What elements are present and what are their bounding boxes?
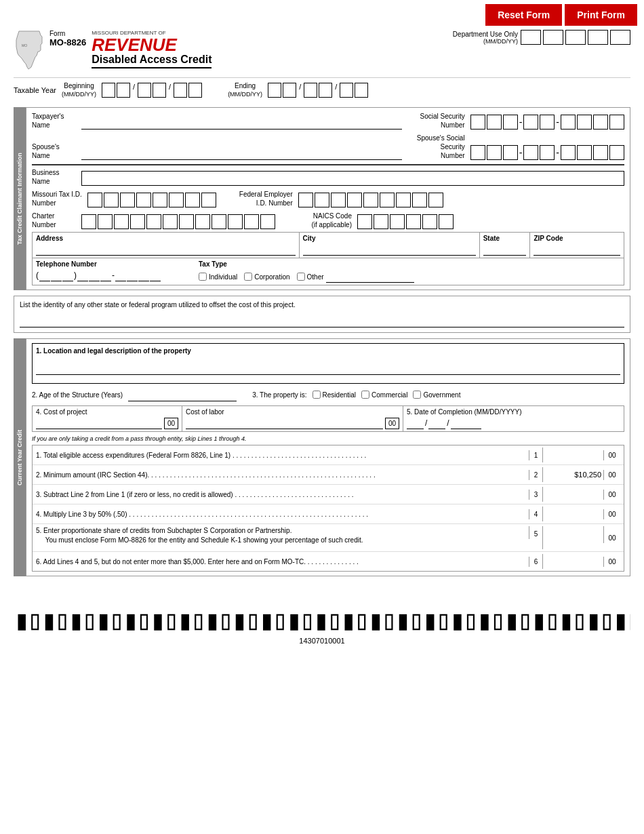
- charter-1[interactable]: [81, 214, 96, 229]
- line-6-value[interactable]: [542, 554, 603, 569]
- beginning-dd1[interactable]: [138, 83, 151, 98]
- tel-10[interactable]: [150, 269, 161, 281]
- ssn-box-7[interactable]: [577, 115, 592, 130]
- tel-9[interactable]: [138, 269, 149, 281]
- naics-1[interactable]: [357, 214, 372, 229]
- reset-button[interactable]: Reset Form: [485, 4, 562, 26]
- naics-3[interactable]: [390, 214, 405, 229]
- ssn-box-6[interactable]: [561, 115, 576, 130]
- corporation-option[interactable]: Corporation: [244, 273, 289, 281]
- sp-ssn-box-5[interactable]: [540, 145, 555, 160]
- zip-input[interactable]: [534, 243, 620, 256]
- commercial-checkbox[interactable]: [361, 391, 369, 399]
- tel-3[interactable]: [62, 269, 73, 281]
- commercial-option[interactable]: Commercial: [361, 391, 407, 399]
- ending-dd2[interactable]: [319, 83, 332, 98]
- charter-12[interactable]: [260, 214, 275, 229]
- state-input[interactable]: [483, 243, 527, 256]
- other-checkbox[interactable]: [297, 273, 305, 281]
- ssn-box-4[interactable]: [523, 115, 538, 130]
- charter-3[interactable]: [114, 214, 129, 229]
- naics-2[interactable]: [374, 214, 388, 229]
- charter-11[interactable]: [244, 214, 259, 229]
- government-checkbox[interactable]: [413, 391, 421, 399]
- tel-2[interactable]: [51, 269, 62, 281]
- city-input[interactable]: [303, 243, 476, 256]
- ssn-box-5[interactable]: [540, 115, 555, 130]
- business-name-input[interactable]: [81, 171, 624, 186]
- ending-mm2[interactable]: [283, 83, 296, 98]
- line-1-value[interactable]: [542, 448, 603, 462]
- fed-emp-5[interactable]: [363, 193, 378, 207]
- print-button[interactable]: Print Form: [565, 4, 637, 26]
- line-3-value[interactable]: [542, 487, 603, 502]
- ssn-box-8[interactable]: [593, 115, 608, 130]
- sp-ssn-box-4[interactable]: [523, 145, 538, 160]
- beginning-dd2[interactable]: [153, 83, 166, 98]
- residential-checkbox[interactable]: [313, 391, 321, 399]
- tel-4[interactable]: [77, 269, 88, 281]
- other-option[interactable]: Other: [297, 271, 414, 283]
- sp-ssn-box-1[interactable]: [470, 145, 485, 160]
- ending-yy2[interactable]: [355, 83, 368, 98]
- sp-ssn-box-6[interactable]: [561, 145, 576, 160]
- fed-emp-3[interactable]: [331, 193, 346, 207]
- ending-dd1[interactable]: [304, 83, 317, 98]
- fed-emp-9[interactable]: [428, 193, 443, 207]
- ssn-box-9[interactable]: [609, 115, 624, 130]
- beginning-mm1[interactable]: [102, 83, 115, 98]
- charter-10[interactable]: [228, 214, 243, 229]
- line-5-value[interactable]: [542, 526, 603, 549]
- charter-5[interactable]: [146, 214, 161, 229]
- spouse-name-input[interactable]: [81, 146, 402, 160]
- charter-6[interactable]: [163, 214, 178, 229]
- mo-tax-1[interactable]: [87, 193, 102, 207]
- mo-tax-3[interactable]: [120, 193, 135, 207]
- beginning-mm2[interactable]: [117, 83, 130, 98]
- ending-mm1[interactable]: [268, 83, 281, 98]
- completion-dd[interactable]: [428, 417, 445, 429]
- charter-4[interactable]: [130, 214, 145, 229]
- fed-emp-1[interactable]: [298, 193, 313, 207]
- fed-emp-2[interactable]: [315, 193, 329, 207]
- line-4-value[interactable]: [542, 507, 603, 521]
- naics-6[interactable]: [439, 214, 454, 229]
- fed-emp-4[interactable]: [347, 193, 362, 207]
- mo-tax-2[interactable]: [104, 193, 119, 207]
- beginning-yy2[interactable]: [188, 83, 202, 98]
- sp-ssn-box-3[interactable]: [503, 145, 518, 160]
- mo-tax-6[interactable]: [169, 193, 184, 207]
- mo-tax-4[interactable]: [136, 193, 151, 207]
- ssn-box-3[interactable]: [503, 115, 518, 130]
- tel-7[interactable]: [115, 269, 126, 281]
- sp-ssn-box-9[interactable]: [609, 145, 624, 160]
- government-option[interactable]: Government: [413, 391, 460, 399]
- cost-project-input[interactable]: [36, 417, 162, 429]
- mo-tax-8[interactable]: [201, 193, 216, 207]
- individual-checkbox[interactable]: [199, 273, 207, 281]
- charter-9[interactable]: [212, 214, 226, 229]
- beginning-yy1[interactable]: [174, 83, 187, 98]
- taxpayer-name-input[interactable]: [81, 116, 402, 130]
- cost-labor-input[interactable]: [186, 417, 383, 429]
- sp-ssn-box-8[interactable]: [593, 145, 608, 160]
- tel-1[interactable]: [39, 269, 50, 281]
- ending-yy1[interactable]: [340, 83, 353, 98]
- tel-5[interactable]: [89, 269, 100, 281]
- charter-2[interactable]: [98, 214, 113, 229]
- sp-ssn-box-7[interactable]: [577, 145, 592, 160]
- completion-mm[interactable]: [407, 417, 424, 429]
- location-input[interactable]: [36, 361, 620, 375]
- mo-tax-5[interactable]: [153, 193, 167, 207]
- corporation-checkbox[interactable]: [244, 273, 252, 281]
- completion-yyyy[interactable]: [451, 417, 481, 429]
- mo-tax-7[interactable]: [185, 193, 200, 207]
- naics-4[interactable]: [406, 214, 421, 229]
- other-text-input[interactable]: [326, 271, 414, 283]
- individual-option[interactable]: Individual: [199, 273, 237, 281]
- residential-option[interactable]: Residential: [313, 391, 356, 399]
- fed-emp-8[interactable]: [412, 193, 427, 207]
- fed-emp-6[interactable]: [380, 193, 395, 207]
- tel-8[interactable]: [127, 269, 138, 281]
- charter-8[interactable]: [195, 214, 210, 229]
